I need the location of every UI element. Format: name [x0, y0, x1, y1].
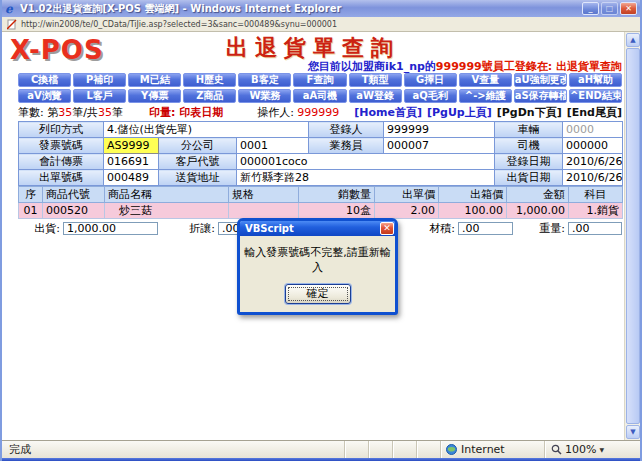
summary-weight-input[interactable]: .00 — [568, 222, 622, 235]
globe-icon — [446, 444, 457, 455]
field-print-mode[interactable]: 4.儲位(出貨先單) — [104, 122, 309, 138]
toolbar-button-history[interactable]: H歷史 — [183, 73, 236, 87]
toolbar-button-closed[interactable]: M已結 — [128, 73, 181, 87]
toolbar-button-end[interactable]: ^END結束 — [569, 89, 622, 103]
dialog-message: 輸入發票號碼不完整,請重新輸入 — [243, 245, 392, 275]
toolbar-button-force-edit[interactable]: aU強制更改 — [514, 73, 567, 87]
login-status-merchant: 您目前以加盟商ik1_np的 — [308, 60, 436, 73]
vbscript-dialog: VBScript ✕ 輸入發票號碼不完整,請重新輸入 確定 — [237, 218, 398, 315]
summary-ship-input[interactable]: 1,000.00 — [63, 222, 158, 235]
item-qty: 10盒 — [299, 203, 375, 219]
field-invoice-input[interactable]: AS9999 — [104, 138, 159, 154]
toolbar-button-check-qty[interactable]: V查量 — [459, 73, 512, 87]
chevron-down-icon: ▼ — [599, 446, 604, 453]
field-label-ship-date: 出貨日期 — [495, 170, 563, 186]
toolbar-button-switch-file[interactable]: C換檔 — [18, 73, 71, 87]
field-login-person[interactable]: 999999 — [384, 122, 495, 138]
field-salesman[interactable]: 000007 — [384, 138, 495, 154]
toolbar-button-maintain[interactable]: ^->維護 — [459, 89, 512, 103]
dialog-close-icon[interactable]: ✕ — [380, 222, 394, 235]
scroll-up-icon[interactable]: ▲ — [626, 33, 640, 47]
nav-end-link[interactable]: [End尾頁] — [567, 105, 622, 120]
zoom-level: 100% — [565, 443, 596, 456]
items-header-cell: 出單價 — [375, 187, 439, 203]
toolbar-button-query[interactable]: F查詢 — [293, 73, 346, 87]
toolbar-button-customer-order[interactable]: B客定 — [238, 73, 291, 87]
nav-home-link[interactable]: [Home首頁] — [354, 105, 422, 120]
field-reg-date[interactable]: 2010/6/26 — [563, 154, 623, 170]
statusbar-panel — [368, 441, 392, 458]
summary-ship-label: 出貨: — [18, 221, 63, 236]
item-product-code: 000520 — [43, 203, 105, 219]
item-box-price: 100.00 — [439, 203, 507, 219]
item-seq: 01 — [19, 203, 43, 219]
toolbar-button-browse[interactable]: aV浏覽 — [18, 89, 71, 103]
nav-pgup-link[interactable]: [PgUp上頁] — [427, 105, 492, 120]
item-category: 1.銷貨 — [569, 203, 623, 219]
close-button[interactable]: ✕ — [620, 2, 637, 15]
item-amount: 1,000.00 — [507, 203, 569, 219]
items-header-cell: 商品名稱 — [105, 187, 229, 203]
field-ship-address[interactable]: 新竹縣李路28 — [237, 170, 495, 186]
toolbar-button-pick-date[interactable]: G擇日 — [404, 73, 457, 87]
dialog-title: VBScript — [245, 223, 380, 234]
field-label-ship-address: 送貨地址 — [159, 170, 237, 186]
toolbar-button-help[interactable]: aH幫助 — [569, 73, 622, 87]
toolbar-button-sales[interactable]: W業務 — [238, 89, 291, 103]
field-order-no[interactable]: 000489 — [104, 170, 159, 186]
minimize-button[interactable]: _ — [582, 2, 599, 15]
field-label-vehicle: 車輛 — [495, 122, 563, 138]
login-status: 您目前以加盟商ik1_np的999999號員工登錄在: 出退貨單查詢 — [308, 59, 622, 74]
toolbar-button-profit[interactable]: aQ毛利 — [404, 89, 457, 103]
toolbar-button-save-export[interactable]: aS保存轉檔 — [514, 89, 567, 103]
field-label-voucher: 會計傳票 — [19, 154, 104, 170]
toolbar-button-customer[interactable]: L客戶 — [73, 89, 126, 103]
nav-pgdn-link[interactable]: [PgDn下頁] — [497, 105, 562, 120]
scrollbar-thumb[interactable] — [626, 48, 640, 424]
field-ship-date[interactable]: 2010/6/26 — [563, 170, 623, 186]
page-icon — [7, 19, 17, 30]
vertical-scrollbar[interactable]: ▲ ▼ — [624, 32, 640, 440]
items-header-cell: 銷數量 — [299, 187, 375, 203]
toolbar-button-voucher[interactable]: Y傳票 — [128, 89, 181, 103]
summary-volume-label: 材積: — [393, 221, 458, 236]
field-label-invoice: 發票號碼 — [19, 138, 104, 154]
field-label-driver: 司機 — [495, 138, 563, 154]
toolbar-button-register[interactable]: aW登錄 — [349, 89, 402, 103]
zone-label: Internet — [461, 443, 505, 456]
address-bar: http://win2008/te/0_CData/TiJie.asp?sele… — [2, 17, 640, 32]
items-header-cell: 商品代號 — [43, 187, 105, 203]
field-voucher[interactable]: 016691 — [104, 154, 159, 170]
security-zone: Internet — [440, 441, 544, 458]
scroll-down-icon[interactable]: ▼ — [626, 425, 640, 439]
items-table: 序 商品代號 商品名稱 規格 銷數量 出單價 出箱價 金額 科目 01 0005… — [18, 186, 623, 219]
field-customer-code[interactable]: 000001coco — [237, 154, 495, 170]
field-label-branch: 分公司 — [159, 138, 237, 154]
operator-info: 操作人: 999999 — [257, 105, 339, 120]
summary-volume-input[interactable]: .00 — [458, 222, 513, 235]
toolbar-button-type[interactable]: T類型 — [349, 73, 402, 87]
page-content: X-POS 出退貨單查詢 您目前以加盟商ik1_np的999999號員工登錄在:… — [2, 32, 640, 440]
toolbar-button-reprint[interactable]: P補印 — [73, 73, 126, 87]
record-info-bar: 筆數: 第35筆/共35筆 印量: 印表日期 操作人: 999999 [Home… — [18, 106, 622, 119]
field-branch[interactable]: 0001 — [237, 138, 309, 154]
field-vehicle[interactable]: 0000 — [563, 122, 623, 138]
item-product-name: 炒三菇 — [105, 203, 229, 219]
ok-button[interactable]: 確定 — [285, 284, 351, 304]
statusbar-panels: Internet 100% ▼ — [344, 441, 636, 458]
toolbar-button-driver[interactable]: aA司機 — [293, 89, 346, 103]
table-row[interactable]: 01 000520 炒三菇 10盒 2.00 100.00 1,000.00 1… — [19, 203, 623, 219]
zoom-control[interactable]: 100% ▼ — [544, 441, 636, 458]
ie-favicon-icon: e — [5, 3, 17, 15]
toolbar-button-product[interactable]: Z商品 — [183, 89, 236, 103]
field-driver[interactable]: 000000 — [563, 138, 623, 154]
maximize-button[interactable]: □ — [601, 2, 618, 15]
items-header-row: 序 商品代號 商品名稱 規格 銷數量 出單價 出箱價 金額 科目 — [19, 187, 623, 203]
window-title: V1.02出退貨查詢[X-POS 雲端網] - Windows Internet… — [20, 2, 579, 16]
magnifier-icon — [551, 444, 562, 455]
summary-discount-label: 折讓: — [158, 221, 218, 236]
items-header-cell: 金額 — [507, 187, 569, 203]
field-label-customer-code: 客戶代號 — [159, 154, 237, 170]
field-label-reg-date: 登錄日期 — [495, 154, 563, 170]
address-url[interactable]: http://win2008/te/0_CData/TiJie.asp?sele… — [21, 20, 337, 29]
